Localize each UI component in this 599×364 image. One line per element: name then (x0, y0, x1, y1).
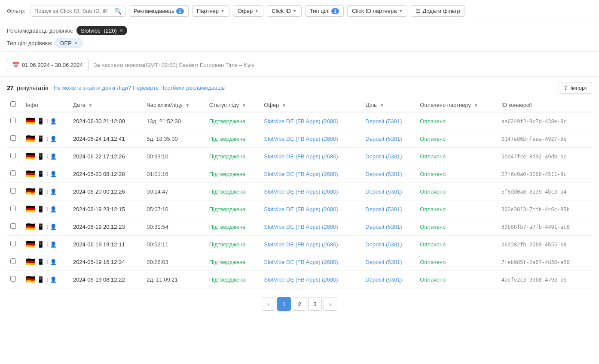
offer-link[interactable]: SlotVibe DE (FB Apps) (2680) (264, 153, 338, 160)
prev-page-button[interactable]: ‹ (262, 297, 275, 311)
flag-icon: 🇩🇪 (26, 116, 35, 126)
row-status-cell: Підтверджена (206, 165, 261, 183)
offer-filter-label: Офер (238, 8, 253, 14)
row-paid-cell: Оплачено (416, 236, 498, 253)
row-date-cell: 2024-06-24 14:12:41 (70, 130, 143, 148)
col-date-label: Дата (73, 102, 86, 108)
offer-link[interactable]: SlotVibe DE (FB Apps) (2680) (264, 276, 338, 283)
col-offer[interactable]: Офер ▼ (260, 98, 362, 112)
advertiser-filter-button[interactable]: Рекламодавець 1 (129, 5, 189, 17)
col-convid: ID конверсії (498, 98, 592, 112)
apple-icon:  (46, 188, 48, 195)
row-checkbox-cell (7, 200, 22, 218)
missing-leads-link[interactable]: Не можете знайти деякі Ліди? Перевірте П… (54, 85, 225, 91)
row-convid-cell: 0147e86b-feea-4927-9e (498, 130, 592, 148)
import-button[interactable]: ⇧ Імпорт (559, 82, 592, 94)
paid-value: Оплачено (420, 224, 446, 230)
search-box[interactable]: 🔍 (31, 6, 125, 17)
partner-filter-button[interactable]: Партнер ▼ (192, 5, 229, 17)
page-2-button[interactable]: 2 (293, 297, 306, 311)
date-range-button[interactable]: 📅 01.06.2024 - 30.06.2024 (7, 59, 89, 71)
row-clicktime-cell: 00:52:11 (143, 236, 206, 253)
row-checkbox[interactable] (10, 276, 16, 282)
col-clicktime[interactable]: Час кліка/ліду ▼ (143, 98, 206, 112)
offer-link[interactable]: SlotVibe DE (FB Apps) (2680) (264, 241, 338, 248)
row-checkbox[interactable] (10, 135, 16, 141)
leads-table: Інфо Дата ▼ Час кліка/ліду ▼ Статус ліду… (7, 98, 592, 288)
row-checkbox[interactable] (10, 188, 16, 194)
status-confirmed: Підтверджена (209, 136, 246, 142)
partnerclickid-filter-button[interactable]: Click ID партнера ▼ (347, 5, 407, 17)
offer-filter-button[interactable]: Офер ▼ (233, 5, 263, 17)
status-confirmed: Підтверджена (209, 171, 246, 177)
col-paid[interactable]: Оплачено партнеру ▼ (416, 98, 498, 112)
table-row: 🇩🇪 📱  👤 2024-06-19 16:12:24 00:26:03 Пі… (7, 253, 592, 271)
clickid-filter-button[interactable]: Click ID ▼ (267, 5, 302, 17)
offer-link[interactable]: SlotVibe DE (FB Apps) (2680) (264, 188, 338, 195)
row-info-cell: 🇩🇪 📱  👤 (22, 253, 70, 271)
offer-link[interactable]: SlotVibe DE (FB Apps) (2680) (264, 224, 338, 230)
row-status-cell: Підтверджена (206, 236, 261, 253)
conversion-id-value: aa6249f2-9c7d-438e-8c (501, 118, 567, 124)
apple-icon:  (46, 276, 48, 283)
search-input[interactable] (34, 8, 112, 14)
row-info-cell: 🇩🇪 📱  👤 (22, 165, 70, 183)
row-checkbox[interactable] (10, 223, 16, 229)
table-header-row: 27 результатів Не можете знайти деякі Лі… (7, 77, 592, 98)
conversion-id-value: 27f6c0a0-8266-4511-8c (501, 171, 567, 177)
offer-link[interactable]: SlotVibe DE (FB Apps) (2680) (264, 259, 338, 265)
col-date[interactable]: Дата ▼ (70, 98, 143, 112)
row-checkbox[interactable] (10, 118, 16, 123)
row-checkbox-cell (7, 236, 22, 253)
row-goal-cell: Deposit (5301) (362, 112, 416, 130)
status-confirmed: Підтверджена (209, 224, 246, 230)
row-checkbox[interactable] (10, 153, 16, 158)
row-checkbox[interactable] (10, 206, 16, 211)
row-paid-cell: Оплачено (416, 130, 498, 148)
paid-value: Оплачено (420, 136, 446, 142)
pagination: ‹ 1 2 3 › (0, 288, 599, 319)
select-all-checkbox[interactable] (10, 101, 16, 107)
col-goal[interactable]: Ціль ▼ (362, 98, 416, 112)
row-goal-cell: Deposit (5301) (362, 165, 416, 183)
col-status-label: Статус ліду (209, 102, 239, 108)
goaltype-tag-remove[interactable]: × (74, 39, 78, 46)
row-info-cell: 🇩🇪 📱  👤 (22, 218, 70, 236)
row-checkbox[interactable] (10, 241, 16, 246)
offer-link[interactable]: SlotVibe DE (FB Apps) (2680) (264, 136, 338, 142)
page-3-button[interactable]: 3 (308, 297, 322, 311)
flag-icon: 🇩🇪 (26, 204, 35, 214)
add-filter-button[interactable]: ☰ Додати фільтр (411, 5, 465, 17)
row-checkbox[interactable] (10, 170, 16, 176)
flag-icon: 🇩🇪 (26, 222, 35, 231)
col-status[interactable]: Статус ліду ▼ (206, 98, 261, 112)
mobile-icon: 📱 (37, 188, 44, 195)
offer-link[interactable]: SlotVibe DE (FB Apps) (2680) (264, 171, 338, 177)
row-checkbox[interactable] (10, 258, 16, 264)
status-confirmed: Підтверджена (209, 118, 246, 124)
row-convid-cell: 7feb985f-2a67-4d38-a50 (498, 253, 592, 271)
flag-icon: 🇩🇪 (26, 134, 35, 143)
user-icon: 👤 (50, 224, 57, 230)
flag-icon: 🇩🇪 (26, 257, 35, 267)
page-1-button[interactable]: 1 (277, 297, 291, 311)
row-paid-cell: Оплачено (416, 271, 498, 288)
mobile-icon: 📱 (37, 276, 44, 283)
goaltype-filter-button[interactable]: Тип цілі 1 (305, 5, 344, 17)
row-status-cell: Підтверджена (206, 271, 261, 288)
offer-link[interactable]: SlotVibe DE (FB Apps) (2680) (264, 118, 338, 124)
clickid-filter-label: Click ID (272, 8, 291, 14)
row-date-cell: 2024-06-19 08:12:22 (70, 271, 143, 288)
row-info-cell: 🇩🇪 📱  👤 (22, 271, 70, 288)
table-row: 🇩🇪 📱  👤 2024-06-24 14:12:41 5д. 18:35:0… (7, 130, 592, 148)
advertiser-tag-remove[interactable]: × (119, 27, 123, 34)
user-icon: 👤 (50, 153, 57, 160)
row-clicktime-cell: 00:33:10 (143, 148, 206, 165)
row-info-cell: 🇩🇪 📱  👤 (22, 183, 70, 200)
status-confirmed: Підтверджена (209, 188, 246, 195)
next-page-button[interactable]: › (324, 297, 337, 311)
row-status-cell: Підтверджена (206, 112, 261, 130)
offer-link[interactable]: SlotVibe DE (FB Apps) (2680) (264, 206, 338, 212)
row-offer-cell: SlotVibe DE (FB Apps) (2680) (260, 218, 362, 236)
row-clicktime-cell: 01:01:16 (143, 165, 206, 183)
